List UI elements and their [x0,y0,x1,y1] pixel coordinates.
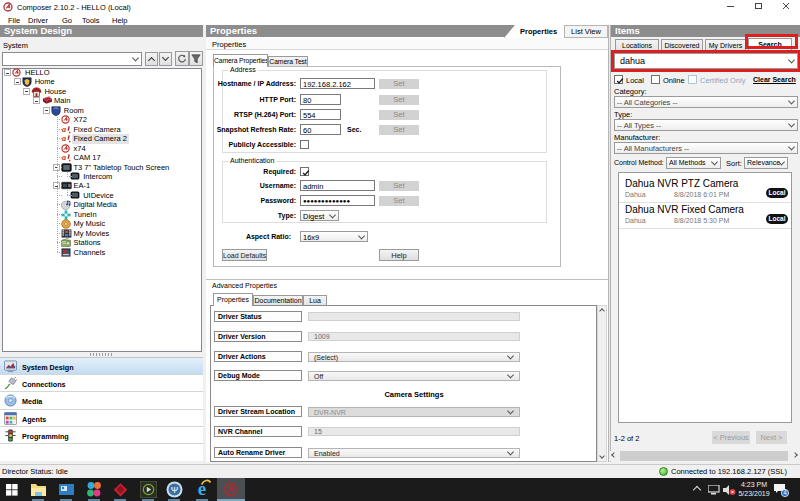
svg-text:a: a [61,134,65,143]
svg-text:4: 4 [783,489,787,496]
svg-text:Ψ: Ψ [171,485,179,495]
svg-text:a: a [61,153,65,162]
svg-text:a: a [61,125,65,134]
